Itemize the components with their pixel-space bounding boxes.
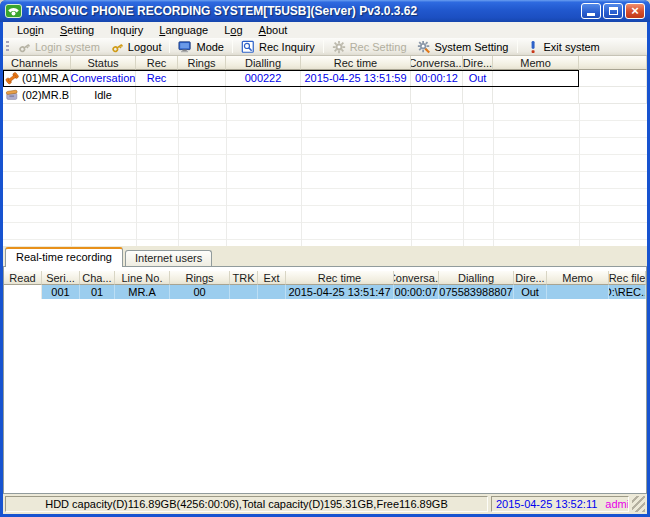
col-header-channel[interactable]: Cha...	[80, 271, 115, 285]
channels-table-header: Channels Status Rec Rings Dialling Rec t…	[3, 56, 647, 70]
exit-icon	[526, 40, 540, 54]
cell-rec-time	[301, 87, 411, 104]
recording-row-1[interactable]: 001 01 MR.A 00 2015-04-25 13:51:47 00:00…	[4, 285, 646, 299]
cell-conversation: 00:00:12	[411, 70, 463, 87]
handset-offhook-icon	[5, 71, 19, 85]
col-header-ext[interactable]: Ext	[258, 271, 286, 285]
channel-row-2[interactable]: (02)MR.B Idle	[3, 87, 647, 104]
toolbar-drag-grip[interactable]	[6, 41, 9, 53]
toolbar-logout-button[interactable]: Logout	[105, 39, 167, 55]
col-header-conversation[interactable]: Conversa...	[394, 271, 439, 285]
gear-icon	[332, 40, 346, 54]
col-header-dialling[interactable]: Dialling	[226, 56, 301, 70]
col-header-rec-time[interactable]: Rec time	[301, 56, 411, 70]
status-session-panel: 2015-04-25 13:52:11 admin	[491, 496, 629, 512]
minimize-icon	[587, 13, 595, 16]
col-header-line-no[interactable]: Line No.	[115, 271, 170, 285]
maximize-icon	[609, 7, 618, 15]
channels-panel: Channels Status Rec Rings Dialling Rec t…	[3, 56, 647, 246]
col-header-direction[interactable]: Dire...	[514, 271, 547, 285]
toolbar-exit-system-button[interactable]: Exit system	[521, 39, 605, 55]
col-header-dialling[interactable]: Dialling	[439, 271, 514, 285]
menu-language[interactable]: Language	[151, 23, 216, 37]
close-button[interactable]: ×	[625, 3, 645, 19]
toolbar-separator	[169, 40, 170, 53]
col-header-rings[interactable]: Rings	[178, 56, 226, 70]
key-icon	[110, 40, 124, 54]
minimize-button[interactable]	[581, 3, 601, 19]
col-header-direction[interactable]: Dire...	[463, 56, 493, 70]
application-window: TANSONIC PHONE RECORDING SYSTEM[T5USB](S…	[0, 0, 650, 517]
monitor-icon	[178, 40, 192, 54]
col-header-status[interactable]: Status	[71, 56, 136, 70]
cell-filler	[579, 87, 647, 104]
cell-channel: (02)MR.B	[3, 87, 71, 104]
gear-pencil-icon	[417, 40, 431, 54]
col-header-memo[interactable]: Memo	[547, 271, 609, 285]
cell-ext	[258, 285, 286, 299]
menu-setting[interactable]: Setting	[52, 23, 102, 37]
cell-dialling	[226, 87, 301, 104]
phone-idle-icon	[5, 88, 19, 102]
cell-rec: Rec	[136, 70, 178, 87]
col-header-rec-file[interactable]: Rec file	[609, 271, 646, 285]
tab-internet-users[interactable]: Internet users	[125, 250, 212, 266]
menu-inquiry[interactable]: Inquiry	[102, 23, 151, 37]
phone-app-icon	[5, 4, 22, 18]
maximize-button[interactable]	[603, 3, 623, 19]
col-header-conversation[interactable]: Conversa...	[411, 56, 463, 70]
cell-line-no: MR.A	[115, 285, 170, 299]
cell-rings	[178, 70, 226, 87]
toolbar-mode-button[interactable]: Mode	[173, 39, 229, 55]
toolbar: Login system Logout Mode Rec Inquiry Rec…	[3, 38, 647, 56]
col-header-filler	[579, 56, 647, 70]
cell-rec	[136, 87, 178, 104]
cell-rec-file: D:\REC...	[609, 285, 646, 299]
menu-login[interactable]: Login	[9, 23, 52, 37]
col-header-rings[interactable]: Rings	[170, 271, 230, 285]
cell-rec-time: 2015-04-25 13:51:47	[286, 285, 394, 299]
window-title: TANSONIC PHONE RECORDING SYSTEM[T5USB](S…	[26, 4, 581, 18]
cell-read	[4, 285, 42, 299]
menu-about[interactable]: About	[251, 23, 296, 37]
cell-memo	[493, 87, 579, 104]
realtime-recording-panel: Read Seri... Cha... Line No. Rings TRK E…	[3, 266, 647, 494]
resize-grip[interactable]	[632, 496, 645, 512]
col-header-rec-time[interactable]: Rec time	[286, 271, 394, 285]
key-icon	[17, 40, 31, 54]
col-header-trk[interactable]: TRK	[230, 271, 258, 285]
toolbar-separator	[232, 40, 233, 53]
title-bar[interactable]: TANSONIC PHONE RECORDING SYSTEM[T5USB](S…	[0, 0, 650, 22]
status-bar: HDD capacity(D)116.89GB(4256:00:06),Tota…	[3, 494, 647, 514]
toolbar-separator	[517, 40, 518, 53]
col-header-channels[interactable]: Channels	[3, 56, 71, 70]
col-header-memo[interactable]: Memo	[493, 56, 579, 70]
toolbar-rec-inquiry-button[interactable]: Rec Inquiry	[236, 39, 320, 55]
cell-rings: 00	[170, 285, 230, 299]
channels-table-body: (01)MR.A Conversation Rec 000222 2015-04…	[3, 70, 647, 246]
col-header-read[interactable]: Read	[4, 271, 42, 285]
toolbar-system-setting-button[interactable]: System Setting	[412, 39, 514, 55]
toolbar-rec-setting-button[interactable]: Rec Setting	[327, 39, 412, 55]
menu-log[interactable]: Log	[216, 23, 250, 37]
cell-dialling: 075583988807	[439, 285, 514, 299]
tab-realtime-recording[interactable]: Real-time recording	[5, 247, 123, 267]
col-header-rec[interactable]: Rec	[136, 56, 178, 70]
tab-bar: Real-time recording Internet users	[3, 246, 647, 266]
cell-trk	[230, 285, 258, 299]
status-hdd-info: HDD capacity(D)116.89GB(4256:00:06),Tota…	[45, 498, 448, 510]
status-user: admin	[605, 498, 629, 510]
cell-status: Conversation	[71, 70, 136, 87]
status-hdd-panel: HDD capacity(D)116.89GB(4256:00:06),Tota…	[5, 496, 488, 512]
close-icon: ×	[631, 4, 639, 17]
channel-row-1[interactable]: (01)MR.A Conversation Rec 000222 2015-04…	[3, 70, 647, 87]
cell-rec-time: 2015-04-25 13:51:59	[301, 70, 411, 87]
menu-bar: Login Setting Inquiry Language Log About	[3, 22, 647, 38]
col-header-serial[interactable]: Seri...	[42, 271, 80, 285]
status-datetime: 2015-04-25 13:52:11	[496, 498, 597, 510]
cell-filler	[579, 70, 647, 87]
toolbar-login-system-button[interactable]: Login system	[12, 39, 105, 55]
toolbar-separator	[323, 40, 324, 53]
cell-status: Idle	[71, 87, 136, 104]
cell-memo	[493, 70, 579, 87]
